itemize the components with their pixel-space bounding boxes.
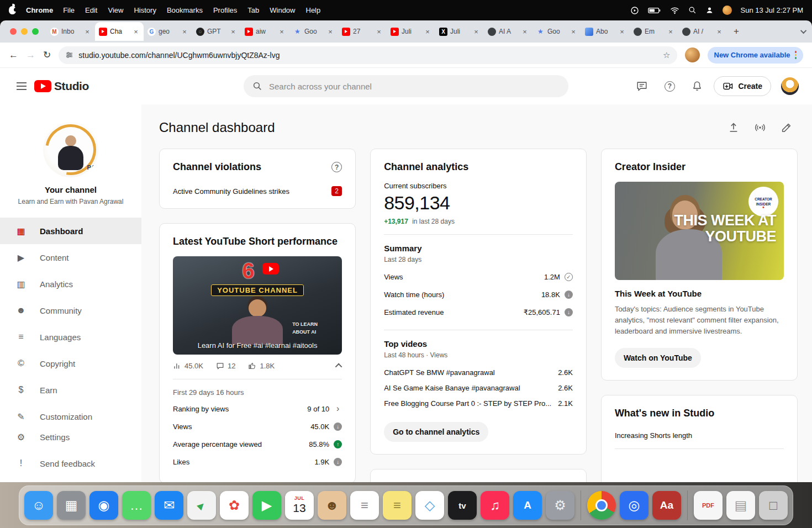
mail-icon[interactable]: ✉ (155, 491, 183, 520)
browser-profile-avatar[interactable] (685, 47, 700, 62)
top-video-row[interactable]: ChatGPT Se BMW #pavanagrawal 2.6K (384, 365, 573, 380)
pdf-doc-icon[interactable]: PDF (694, 491, 723, 520)
back-button[interactable]: ← (9, 50, 18, 61)
sidebar-item-languages[interactable]: ≡ Languages (0, 324, 141, 350)
browser-tab[interactable]: geo (144, 22, 192, 41)
tab-close-icon[interactable] (667, 28, 674, 35)
tab-close-icon[interactable] (618, 28, 626, 35)
studio-search-input[interactable] (269, 82, 560, 91)
tab-close-icon[interactable] (132, 28, 140, 35)
tab-search-chevron-icon[interactable] (800, 28, 806, 34)
sidebar-item-earn[interactable]: $ Earn (0, 377, 141, 403)
new-tab-button[interactable] (729, 24, 744, 39)
help-icon[interactable] (658, 75, 681, 97)
appstore-icon[interactable]: A (513, 491, 542, 520)
url-input[interactable] (78, 51, 658, 60)
browser-tab[interactable]: Goo (289, 22, 338, 41)
browser-tab[interactable]: Abo (581, 22, 630, 41)
sidebar-item-settings[interactable]: ⚙ Settings (0, 424, 141, 450)
menubar-avatar[interactable] (723, 6, 732, 15)
notifications-bell-icon[interactable] (686, 75, 708, 97)
short-metric-row[interactable]: Likes 1.9K (173, 453, 342, 471)
menubar-item[interactable]: History (134, 6, 156, 14)
create-button[interactable]: Create (714, 76, 771, 96)
hamburger-menu-icon[interactable] (17, 86, 27, 87)
menubar-item[interactable]: Profiles (213, 6, 237, 14)
strikes-row[interactable]: Active Community Guidelines strikes 2 (173, 186, 342, 196)
feedback-icon[interactable] (631, 75, 653, 97)
dictionary-icon[interactable]: Aa (652, 491, 681, 520)
sidebar-item-content[interactable]: ▶ Content (0, 244, 141, 271)
channel-avatar-small[interactable] (781, 77, 799, 95)
sidebar-item-copyright[interactable]: © Copyright (0, 350, 141, 377)
whats-new-item[interactable]: Increasing Shorts length (615, 431, 784, 449)
browser-tab[interactable]: Inbo (46, 22, 95, 41)
top-video-row[interactable]: AI Se Game Kaise Banaye #pavanagrawal 2.… (384, 380, 573, 395)
maps-icon[interactable]: ▲ (187, 491, 216, 520)
text-doc-icon[interactable]: ▤ (726, 491, 755, 520)
zoom-window-button[interactable] (32, 28, 39, 35)
settings-icon[interactable]: ⚙ (546, 491, 574, 520)
spotlight-search-icon[interactable] (688, 6, 697, 14)
sidebar-item-send-feedback[interactable]: ! Send feedback (0, 450, 141, 477)
summary-metric-row[interactable]: Watch time (hours) 18.8K (384, 286, 573, 303)
blue-app-icon[interactable]: ◎ (620, 491, 648, 520)
tab-close-icon[interactable] (181, 28, 188, 35)
summary-metric-row[interactable]: Estimated revenue ₹25,605.71 (384, 303, 573, 321)
browser-tab[interactable]: GPT (192, 22, 241, 41)
user-switch-icon[interactable] (705, 6, 714, 14)
tab-close-icon[interactable] (326, 28, 334, 35)
tab-close-icon[interactable] (278, 28, 286, 35)
reload-button[interactable]: ↻ (43, 49, 51, 61)
sidebar-item-dashboard[interactable]: ▦ Dashboard (0, 218, 141, 244)
now-playing-icon[interactable] (630, 6, 639, 15)
edit-pencil-icon[interactable] (776, 117, 798, 139)
browser-tab[interactable]: Juli (435, 22, 484, 41)
calendar-icon[interactable]: JUL 13 (285, 491, 314, 520)
safari-icon[interactable]: ◉ (89, 491, 118, 520)
sidebar-item-community[interactable]: ☻ Community (0, 297, 141, 324)
launchpad-icon[interactable]: ▦ (57, 491, 86, 520)
menubar-item[interactable]: File (63, 6, 75, 14)
browser-tab[interactable]: Cha (95, 22, 144, 41)
menubar-item[interactable]: View (108, 6, 123, 14)
go-to-analytics-button[interactable]: Go to channel analytics (384, 422, 488, 442)
collapse-chevron-icon[interactable] (335, 363, 342, 371)
menubar-item[interactable]: Tab (247, 6, 259, 14)
appletv-icon[interactable]: tv (448, 491, 477, 520)
tab-close-icon[interactable] (424, 28, 431, 35)
upload-video-icon[interactable] (723, 117, 745, 139)
site-settings-icon[interactable] (65, 51, 73, 59)
bookmark-star-icon[interactable] (663, 50, 670, 60)
short-metric-row[interactable]: Ranking by views 9 of 10 (173, 400, 342, 418)
address-bar[interactable] (59, 46, 677, 64)
channel-avatar-large[interactable]: PAVAN (43, 122, 98, 177)
reminders-icon[interactable]: ≡ (350, 491, 379, 520)
browser-tab[interactable]: Goo (532, 22, 581, 41)
freeform-icon[interactable]: ◇ (415, 491, 444, 520)
notes-icon[interactable]: ≡ (383, 491, 412, 520)
active-app-menu[interactable]: Chrome (26, 6, 53, 14)
top-video-row[interactable]: Free Blogging Course Part 0 :- STEP by S… (384, 395, 573, 411)
wifi-icon[interactable] (670, 7, 679, 14)
browser-tab[interactable]: AI A (484, 22, 532, 41)
short-metric-row[interactable]: Views 45.0K (173, 418, 342, 435)
tab-close-icon[interactable] (375, 28, 383, 35)
studio-search-bar[interactable] (244, 75, 568, 97)
menubar-item[interactable]: Help (306, 6, 321, 14)
chrome-update-button[interactable]: New Chrome available (708, 47, 804, 64)
menubar-clock[interactable]: Sun 13 Jul 2:27 PM (741, 6, 803, 14)
tab-close-icon[interactable] (472, 28, 480, 35)
browser-tab[interactable]: Juli (387, 22, 435, 41)
tab-close-icon[interactable] (521, 28, 529, 35)
tab-close-icon[interactable] (570, 28, 577, 35)
short-metric-row[interactable]: Average percentage viewed 85.8% (173, 435, 342, 453)
youtube-studio-logo[interactable]: Studio (34, 80, 89, 93)
creator-insider-thumbnail[interactable]: CREATOR INSIDER THIS WEEK AT YOUTUBE (615, 182, 784, 280)
menubar-item[interactable]: Edit (85, 6, 97, 14)
battery-icon[interactable] (648, 7, 661, 14)
go-live-icon[interactable] (749, 117, 771, 139)
browser-tab[interactable]: 27 (338, 22, 387, 41)
messages-icon[interactable]: … (122, 491, 151, 520)
forward-button[interactable]: → (26, 50, 35, 61)
